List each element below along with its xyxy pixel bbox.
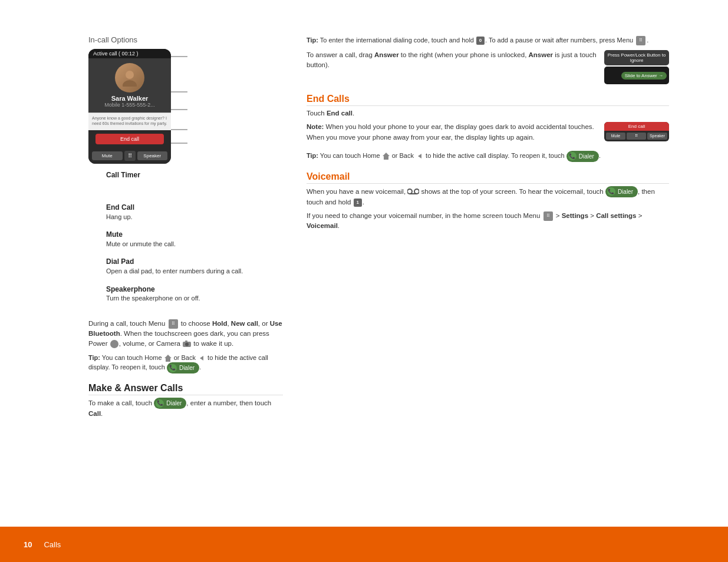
ecm-mute: Mute	[606, 133, 625, 140]
left-column: In-call Options Active call ( 00:12 )	[88, 35, 283, 422]
menu-icon-2: ⠿	[636, 36, 645, 45]
call-timer-label: Call Timer	[106, 171, 243, 179]
svg-point-0	[126, 71, 134, 79]
phone-status-bar: Active call ( 00:12 )	[88, 49, 171, 58]
dialer-icon-2: 📞	[156, 399, 164, 408]
answer-area: To answer a call, drag Answer to the rig…	[307, 50, 669, 84]
in-call-options-heading: In-call Options	[88, 35, 283, 44]
page-number: 10	[24, 540, 32, 549]
mute-button[interactable]: Mute	[92, 151, 123, 160]
svg-point-13	[414, 189, 419, 194]
right-column: Tip: To enter the international dialing …	[307, 35, 669, 422]
tip1-text: Tip: You can touch Home or Back to hide …	[88, 353, 283, 374]
label-dialpad: Dial Pad Open a dial pad, to enter numbe…	[106, 257, 243, 276]
contact-number: Mobile 1-555-555-2...	[91, 102, 169, 108]
zero-key-icon: 0	[476, 37, 485, 45]
phone-bottom-bar: Mute ⠿ Speaker	[88, 148, 171, 164]
dialer-icon-4: 📞	[607, 187, 615, 196]
contact-name: Sara Walker	[91, 95, 169, 102]
speaker-button[interactable]: Speaker	[137, 151, 168, 160]
mute-title: Mute	[106, 230, 243, 240]
tip-international: Tip: To enter the international dialing …	[307, 35, 669, 45]
dialpad-desc: Open a dial pad, to enter numbers during…	[106, 267, 243, 276]
page-content: In-call Options Active call ( 00:12 )	[88, 35, 669, 503]
bottom-bar: 10 Calls	[0, 527, 728, 562]
phone-social-area: Anyone know a good graphic designer? I n…	[88, 113, 171, 130]
voicemail-text2: If you need to change your voicemail num…	[307, 211, 669, 232]
end-call-title: End Call	[106, 203, 243, 213]
dialer-icon-1: 📞	[169, 364, 177, 372]
phone-contact-area: Sara Walker Mobile 1-555-555-2...	[88, 58, 171, 113]
voicemail-text1: When you have a new voicemail, shows at …	[307, 186, 669, 207]
end-calls-heading: End Calls	[307, 94, 669, 106]
during-call-text: During a call, touch Menu ⠿ to choose Ho…	[88, 319, 283, 349]
svg-marker-11	[383, 153, 390, 160]
two-column-layout: In-call Options Active call ( 00:12 )	[88, 35, 669, 422]
menu-icon-3: ⠿	[543, 211, 553, 221]
ecm-dialpad: ⠿	[627, 133, 646, 140]
label-speakerphone: Speakerphone Turn the speakerphone on or…	[106, 285, 243, 303]
phone-labels: Call Timer End Call Hang up. Mute Mute o…	[106, 171, 243, 312]
dialer-pill-1: 📞 Dialer	[167, 362, 199, 373]
dialpad-title: Dial Pad	[106, 257, 243, 267]
camera-icon	[183, 340, 191, 348]
dialpad-button[interactable]: ⠿	[124, 151, 136, 161]
one-key-icon: 1	[354, 199, 362, 207]
end-calls-note-text: Note: When you hold your phone to your e…	[307, 122, 596, 143]
dialer-pill-3: 📞 Dialer	[566, 151, 599, 162]
dialer-pill-4: 📞 Dialer	[605, 186, 638, 197]
answer-text: To answer a call, drag Answer to the rig…	[307, 50, 598, 71]
ecm-bottom: Mute ⠿ Speaker	[604, 131, 669, 141]
phone-mockup: Active call ( 00:12 ) Sara Walker Mobile…	[88, 49, 171, 164]
ecm-top: End call	[604, 122, 669, 131]
end-call-button[interactable]: End call	[95, 134, 163, 144]
tip-home-back: Tip: You can touch Home or Back to hide …	[307, 151, 669, 162]
ecm-speaker: Speaker	[647, 133, 667, 140]
svg-rect-9	[185, 340, 187, 342]
speakerphone-desc: Turn the speakerphone on or off.	[106, 294, 243, 303]
home-icon-2	[382, 152, 390, 160]
menu-icon: ⠿	[169, 319, 178, 329]
label-end-call: End Call Hang up.	[106, 203, 243, 222]
home-icon	[164, 354, 172, 362]
make-call-text: To make a call, touch 📞 Dialer , enter a…	[88, 398, 283, 419]
power-icon	[110, 340, 118, 348]
speakerphone-title: Speakerphone	[106, 285, 243, 295]
voicemail-icon	[407, 188, 419, 195]
phone-end-call-bar: End call	[88, 130, 171, 148]
voicemail-heading: Voicemail	[307, 171, 669, 184]
svg-point-1	[123, 80, 137, 87]
label-mute: Mute Mute or unmute the call.	[106, 230, 243, 249]
touch-end-call-text: Touch End call.	[307, 108, 669, 118]
make-answer-heading: Make & Answer Calls	[88, 383, 283, 395]
svg-marker-10	[164, 355, 172, 362]
back-icon-2	[416, 152, 424, 160]
end-call-desc: Hang up.	[106, 213, 243, 222]
section-name: Calls	[44, 540, 61, 549]
end-call-mini-mockup: End call Mute ⠿ Speaker	[604, 122, 669, 141]
phone-annotation-area: Active call ( 00:12 ) Sara Walker Mobile…	[88, 49, 283, 312]
back-icon	[197, 354, 206, 362]
contact-avatar	[115, 63, 144, 92]
svg-point-8	[185, 343, 189, 346]
svg-point-12	[407, 189, 412, 194]
dialer-icon-3: 📞	[568, 152, 577, 160]
slide-to-answer-mockup: Press Power/Lock Button to Ignore Slide …	[604, 50, 669, 84]
end-calls-note-area: Note: When you hold your phone to your e…	[307, 122, 669, 146]
mute-desc: Mute or unmute the call.	[106, 240, 243, 249]
dialer-pill-2: 📞 Dialer	[154, 398, 186, 409]
